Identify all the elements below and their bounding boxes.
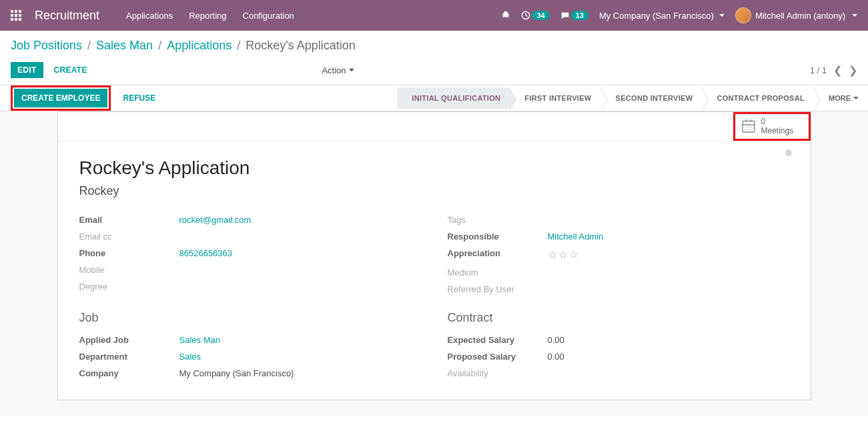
- stage-initial-qualification[interactable]: Initial Qualification: [397, 87, 510, 109]
- label-email: Email: [79, 215, 179, 225]
- edit-button[interactable]: Edit: [11, 62, 43, 78]
- caret-down-icon: [349, 69, 354, 71]
- calendar-icon: [741, 119, 756, 133]
- label-company: Company: [79, 368, 179, 378]
- star-icon[interactable]: ☆: [569, 248, 578, 261]
- value-department[interactable]: Sales: [179, 352, 201, 362]
- label-degree: Degree: [79, 282, 179, 292]
- value-company: My Company (San Francisco): [179, 368, 294, 378]
- create-employee-button[interactable]: Create Employee: [15, 89, 107, 107]
- label-expected-salary: Expected Salary: [448, 335, 548, 345]
- label-appreciation: Appreciation: [448, 248, 548, 261]
- breadcrumb-sales-man[interactable]: Sales Man: [96, 39, 153, 53]
- label-availability: Availability: [448, 368, 548, 378]
- meetings-count: 0: [761, 117, 794, 126]
- section-contract: Contract: [448, 311, 789, 325]
- value-applied-job[interactable]: Sales Man: [179, 335, 220, 345]
- stage-first-interview[interactable]: First Interview: [510, 87, 600, 109]
- label-mobile: Mobile: [79, 265, 179, 275]
- refuse-button[interactable]: Refuse: [117, 89, 161, 107]
- activities-button[interactable]: 34: [521, 11, 549, 20]
- star-icon[interactable]: ☆: [558, 248, 568, 261]
- value-proposed-salary: 0.00: [548, 352, 564, 362]
- label-department: Department: [79, 352, 179, 362]
- breadcrumb-job-positions[interactable]: Job Positions: [11, 39, 82, 53]
- nav-applications[interactable]: Applications: [126, 11, 173, 21]
- label-email-cc: Email cc: [79, 232, 179, 242]
- breadcrumb-current: Rockey's Application: [246, 39, 356, 53]
- value-phone[interactable]: 86526656363: [179, 248, 233, 258]
- value-appreciation[interactable]: ☆ ☆ ☆: [548, 248, 578, 261]
- label-proposed-salary: Proposed Salary: [448, 352, 548, 362]
- action-dropdown[interactable]: Action: [322, 65, 354, 75]
- value-responsible[interactable]: Mitchell Admin: [548, 232, 604, 242]
- create-button[interactable]: Create: [47, 62, 94, 78]
- nav-configuration[interactable]: Configuration: [243, 11, 294, 21]
- company-switcher[interactable]: My Company (San Francisco): [599, 11, 725, 21]
- section-job: Job: [79, 311, 421, 325]
- pager-prev[interactable]: ❮: [833, 64, 842, 77]
- apps-menu-icon[interactable]: [11, 10, 21, 21]
- label-applied-job: Applied Job: [79, 335, 179, 345]
- caret-down-icon: [853, 97, 859, 99]
- record-title: Rockey's Application: [79, 157, 789, 179]
- label-referred-by: Referred By User: [448, 284, 548, 294]
- stage-more[interactable]: More: [814, 87, 868, 109]
- label-responsible: Responsible: [448, 232, 548, 242]
- kanban-state[interactable]: [785, 149, 792, 156]
- pager-next[interactable]: ❯: [849, 64, 857, 77]
- debug-icon[interactable]: [501, 11, 510, 20]
- value-email[interactable]: rocket@gmail.com: [179, 215, 252, 225]
- label-phone: Phone: [79, 248, 179, 258]
- pager-text: 1 / 1: [810, 65, 827, 75]
- breadcrumb-applications[interactable]: Applications: [167, 39, 232, 53]
- messages-button[interactable]: 13: [560, 11, 588, 20]
- meetings-button[interactable]: 0 Meetings: [735, 114, 809, 139]
- label-medium: Medium: [448, 268, 548, 278]
- value-expected-salary: 0.00: [548, 335, 564, 345]
- user-menu[interactable]: Mitchell Admin (antony): [735, 7, 857, 23]
- partner-name: Rockey: [79, 184, 789, 198]
- meetings-label: Meetings: [761, 126, 794, 135]
- stage-second-interview[interactable]: Second Interview: [601, 87, 703, 109]
- module-brand: Recruitment: [35, 9, 99, 23]
- stage-contract-proposal[interactable]: Contract Proposal: [702, 87, 814, 109]
- label-tags: Tags: [448, 215, 548, 225]
- nav-reporting[interactable]: Reporting: [189, 11, 226, 21]
- caret-down-icon: [852, 14, 857, 17]
- caret-down-icon: [719, 14, 725, 17]
- messages-count: 13: [571, 11, 588, 20]
- avatar: [735, 7, 751, 23]
- activities-count: 34: [532, 11, 549, 20]
- breadcrumb: Job Positions / Sales Man / Applications…: [11, 39, 857, 53]
- star-icon[interactable]: ☆: [548, 248, 557, 261]
